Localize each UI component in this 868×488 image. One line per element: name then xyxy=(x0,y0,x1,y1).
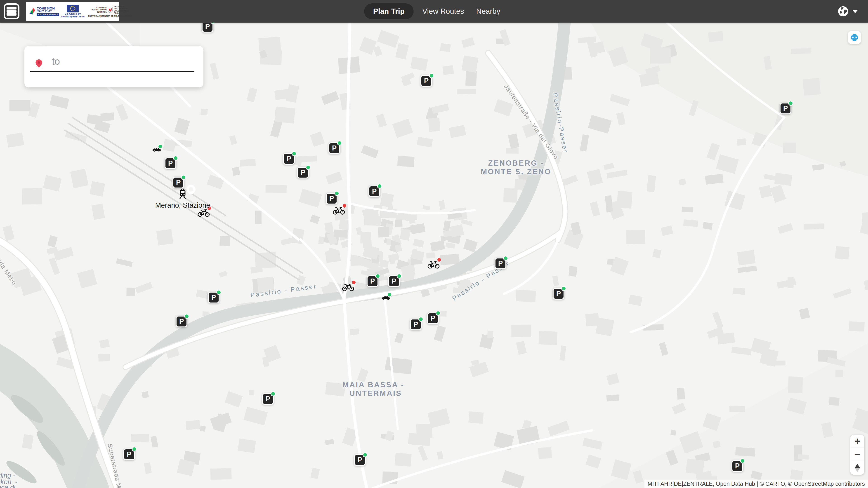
parking-marker[interactable]: P xyxy=(283,153,295,165)
trip-search-card xyxy=(24,46,204,88)
parking-glyph: P xyxy=(424,77,429,85)
availability-dot xyxy=(397,273,402,279)
availability-dot xyxy=(158,144,162,149)
availability-dot xyxy=(437,258,441,262)
parking-marker[interactable]: P xyxy=(176,316,187,327)
parking-marker[interactable]: P xyxy=(732,460,743,472)
bicycle-icon xyxy=(197,214,210,218)
parking-marker[interactable]: P xyxy=(354,454,366,466)
parking-glyph: P xyxy=(556,290,561,298)
availability-dot xyxy=(306,165,311,170)
language-selector[interactable] xyxy=(835,5,860,18)
parking-marker[interactable]: P xyxy=(173,177,184,188)
menu-button[interactable] xyxy=(4,3,20,19)
parking-glyph: P xyxy=(301,168,305,177)
car-icon xyxy=(152,150,161,153)
car-icon xyxy=(381,298,391,302)
south-arrow-icon xyxy=(855,468,860,472)
chevron-down-icon xyxy=(852,10,858,13)
parking-glyph: P xyxy=(332,144,337,152)
parking-glyph: P xyxy=(413,320,418,328)
north-arrow-icon xyxy=(855,464,860,468)
funding-logos: COHESION ITALY 21-27 ALTO ADIGE SÜDTIROL… xyxy=(26,2,119,21)
parking-marker[interactable]: P xyxy=(388,275,400,287)
layers-globe-icon xyxy=(850,33,859,41)
province-logo: AUTONOME PROVINZ BOZEN SÜDTIROL PROVINCI… xyxy=(88,6,132,17)
carshare-marker[interactable] xyxy=(152,147,161,154)
parking-glyph: P xyxy=(176,178,181,187)
availability-dot xyxy=(173,156,178,161)
parking-glyph: P xyxy=(266,395,270,403)
zoom-out-button[interactable]: − xyxy=(850,448,864,461)
parking-glyph: P xyxy=(372,187,377,195)
cohesion-arrow-icon xyxy=(28,6,36,16)
tab-plan-trip[interactable]: Plan Trip xyxy=(364,3,414,19)
basemap-layers-button[interactable] xyxy=(848,31,861,44)
parking-marker[interactable]: P xyxy=(410,319,422,330)
app-header: COHESION ITALY 21-27 ALTO ADIGE SÜDTIROL… xyxy=(0,0,868,23)
parking-marker[interactable]: P xyxy=(326,193,338,204)
train-icon xyxy=(179,196,187,200)
parking-glyph: P xyxy=(329,195,334,203)
parking-glyph: P xyxy=(370,277,375,285)
eu-caption-line1: Co-funded by xyxy=(65,12,81,15)
parking-glyph: P xyxy=(179,318,184,326)
globe-icon xyxy=(837,5,849,18)
availability-dot xyxy=(351,280,356,285)
destination-input[interactable] xyxy=(30,52,194,72)
parking-glyph: P xyxy=(392,277,397,285)
parking-marker[interactable]: P xyxy=(329,142,340,154)
train-station-marker[interactable]: Merano, Stazione xyxy=(179,189,187,200)
availability-dot xyxy=(375,273,380,279)
bikeshare-marker[interactable] xyxy=(332,206,345,216)
parking-glyph: P xyxy=(287,155,291,163)
carshare-marker[interactable] xyxy=(381,295,391,302)
parking-marker[interactable]: P xyxy=(368,186,380,197)
bicycle-icon xyxy=(427,266,440,269)
parking-marker[interactable]: P xyxy=(553,288,564,300)
parking-marker[interactable]: P xyxy=(780,103,792,114)
availability-dot xyxy=(334,191,339,196)
availability-dot xyxy=(132,447,137,452)
parking-glyph: P xyxy=(205,23,210,31)
parking-marker[interactable]: P xyxy=(367,275,378,287)
bikeshare-marker[interactable] xyxy=(427,260,440,270)
parking-marker[interactable]: P xyxy=(297,167,309,178)
parking-marker[interactable]: P xyxy=(123,449,135,460)
parking-glyph: P xyxy=(498,259,503,267)
parking-glyph: P xyxy=(431,314,435,322)
parking-marker[interactable]: P xyxy=(495,258,506,269)
availability-dot xyxy=(429,73,434,78)
eu-flag-logo: Co-funded by the European Union xyxy=(61,5,85,18)
cohesion-line2: ITALY 21-27 xyxy=(37,10,59,13)
map-attribution: MITFAHR|DE|ZENTRALE, Open Data Hub | © C… xyxy=(645,480,868,488)
cohesion-line1: COHESION xyxy=(37,6,59,10)
availability-dot xyxy=(503,256,508,261)
tab-view-routes[interactable]: View Routes xyxy=(418,4,468,19)
availability-dot xyxy=(387,293,392,297)
compass-button[interactable] xyxy=(850,461,864,475)
tab-nearby[interactable]: Nearby xyxy=(473,4,504,19)
parking-marker[interactable]: P xyxy=(164,158,176,169)
parking-marker[interactable]: P xyxy=(427,313,439,324)
availability-dot xyxy=(216,290,221,295)
parking-glyph: P xyxy=(358,456,362,464)
availability-dot xyxy=(740,458,745,463)
parking-glyph: P xyxy=(735,462,740,470)
parking-marker[interactable]: P xyxy=(421,75,432,87)
availability-dot xyxy=(363,452,368,457)
bikeshare-marker[interactable] xyxy=(342,283,355,292)
availability-dot xyxy=(291,151,297,156)
availability-dot xyxy=(181,175,186,180)
province-name-de: AUTONOME PROVINZ BOZEN SÜDTIROL xyxy=(90,7,107,13)
parking-glyph: P xyxy=(127,450,131,458)
parking-marker[interactable]: P xyxy=(262,393,274,405)
availability-dot xyxy=(561,286,566,291)
station-label: Merano, Stazione xyxy=(155,201,210,209)
availability-dot xyxy=(418,317,423,322)
parking-marker[interactable]: P xyxy=(208,292,219,303)
province-name-lad: PROVINZIA AUTONOMA DE BULSAN SÜDTIROL xyxy=(88,15,132,17)
bikeshare-marker[interactable] xyxy=(197,208,210,218)
province-name-it: PROVINCIA AUTONOMA DI BOLZANO ALTO ADIGE xyxy=(114,6,131,14)
zoom-in-button[interactable]: + xyxy=(850,435,864,448)
